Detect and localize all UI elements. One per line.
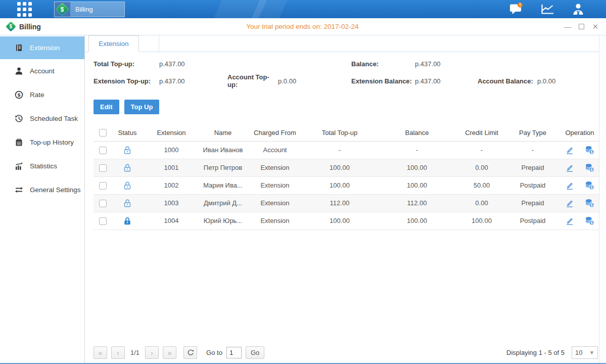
edit-icon[interactable] bbox=[565, 163, 574, 172]
row-checkbox[interactable] bbox=[99, 200, 107, 207]
table-row[interactable]: 1000 Иван Иванов Account - - - - $ bbox=[94, 141, 599, 159]
messages-icon[interactable]: ! bbox=[509, 3, 524, 16]
edit-icon[interactable] bbox=[565, 199, 574, 208]
cell-balance: 112.00 bbox=[376, 194, 458, 212]
col-extension: Extension bbox=[143, 124, 200, 141]
sidebar-item-rate[interactable]: $ Rate bbox=[0, 83, 84, 107]
cell-extension: 1003 bbox=[143, 194, 200, 212]
col-charged-from: Charged From bbox=[246, 124, 304, 141]
taskbar-billing-app[interactable]: $ Billing bbox=[54, 2, 125, 17]
row-checkbox[interactable] bbox=[99, 182, 107, 190]
row-checkbox[interactable] bbox=[99, 164, 107, 172]
cell-total-topup: 100.00 bbox=[304, 212, 376, 230]
svg-text:!: ! bbox=[519, 3, 521, 8]
topup-coins-icon[interactable]: $ bbox=[585, 145, 594, 155]
extension-icon bbox=[15, 43, 23, 52]
row-checkbox[interactable] bbox=[99, 147, 107, 154]
window-titlebar: $ Billing Your trial period ends on: 201… bbox=[0, 18, 606, 35]
cell-pay-type: Postpaid bbox=[505, 176, 561, 194]
edit-icon[interactable] bbox=[565, 146, 574, 155]
topbar-icons: ! bbox=[509, 3, 606, 16]
page-size-value: 10 bbox=[575, 349, 582, 356]
rate-icon: $ bbox=[15, 90, 23, 99]
toolbar: Edit Top Up bbox=[94, 100, 599, 114]
table-header-row: Status Extension Name Charged From Total… bbox=[94, 124, 599, 141]
billing-app-icon: $ bbox=[56, 3, 69, 16]
cell-name: Петр Петров bbox=[200, 159, 246, 176]
sidebar-item-label: Rate bbox=[30, 91, 44, 99]
go-button[interactable]: Go bbox=[246, 346, 264, 359]
cell-balance: - bbox=[376, 141, 458, 159]
next-page-button[interactable]: › bbox=[145, 346, 159, 359]
edit-icon[interactable] bbox=[565, 216, 574, 225]
cell-extension: 1000 bbox=[143, 141, 200, 159]
minimize-button[interactable]: — bbox=[564, 23, 571, 30]
sidebar-item-extension[interactable]: Extension bbox=[0, 36, 84, 59]
sidebar-item-label: Account bbox=[30, 67, 55, 75]
tab-extension[interactable]: Extension bbox=[88, 35, 139, 52]
prev-page-button[interactable]: ‹ bbox=[111, 346, 125, 359]
edit-icon[interactable] bbox=[565, 181, 574, 190]
sidebar-item-scheduled-task[interactable]: Scheduled Task bbox=[0, 107, 84, 130]
maximize-button[interactable] bbox=[579, 24, 584, 29]
topup-history-icon bbox=[15, 138, 23, 147]
row-checkbox[interactable] bbox=[99, 217, 107, 225]
first-page-button[interactable]: « bbox=[94, 346, 107, 359]
refresh-button[interactable] bbox=[183, 346, 197, 359]
svg-text:$: $ bbox=[590, 167, 593, 172]
sidebar-item-statistics[interactable]: Statistics bbox=[0, 154, 84, 178]
taskbar-app-label: Billing bbox=[70, 6, 124, 13]
lock-closed-icon bbox=[122, 216, 132, 226]
cell-balance: 100.00 bbox=[376, 159, 458, 176]
cell-credit-limit: 0.00 bbox=[458, 194, 505, 212]
tab-strip: Extension bbox=[85, 35, 599, 52]
cell-charged-from: Extension bbox=[246, 176, 304, 194]
account-topup-value: p.0.00 bbox=[278, 77, 351, 85]
cell-credit-limit: 100.00 bbox=[458, 212, 505, 230]
topup-coins-icon[interactable]: $ bbox=[585, 163, 594, 172]
cell-charged-from: Account bbox=[246, 141, 304, 159]
svg-text:$: $ bbox=[17, 92, 21, 98]
account-balance-label: Account Balance: bbox=[478, 77, 537, 85]
cell-credit-limit: 50.00 bbox=[458, 176, 505, 194]
topup-coins-icon[interactable]: $ bbox=[585, 216, 594, 225]
cell-total-topup: - bbox=[304, 141, 376, 159]
last-page-button[interactable]: » bbox=[163, 346, 176, 359]
col-operation: Operation bbox=[561, 124, 599, 141]
close-button[interactable]: ✕ bbox=[592, 23, 599, 30]
col-pay-type: Pay Type bbox=[505, 124, 561, 141]
table-row[interactable]: 1001 Петр Петров Extension 100.00 100.00… bbox=[94, 159, 599, 176]
table-row[interactable]: 1004 Юрий Юрь... Extension 100.00 100.00… bbox=[94, 212, 599, 230]
table-row[interactable]: 1003 Дмитрий Д... Extension 112.00 112.0… bbox=[94, 194, 599, 212]
lock-open-icon bbox=[122, 198, 132, 208]
balance-value: p.437.00 bbox=[415, 60, 478, 68]
sidebar-item-top-up-history[interactable]: Top-up History bbox=[0, 130, 84, 154]
cell-balance: 100.00 bbox=[376, 212, 458, 230]
user-account-icon[interactable] bbox=[572, 3, 585, 15]
select-all-checkbox[interactable] bbox=[99, 129, 107, 136]
page-size-select[interactable]: 10 ▼ bbox=[572, 346, 598, 359]
col-credit-limit: Credit Limit bbox=[458, 124, 505, 141]
goto-page-input[interactable] bbox=[226, 347, 242, 358]
cell-charged-from: Extension bbox=[246, 159, 304, 176]
window-title: Billing bbox=[19, 23, 41, 31]
svg-text:$: $ bbox=[590, 203, 593, 207]
cell-pay-type: Prepaid bbox=[505, 159, 561, 176]
topup-button[interactable]: Top Up bbox=[124, 100, 160, 114]
displaying-text: Displaying 1 - 5 of 5 bbox=[506, 349, 565, 356]
statistics-chart-icon[interactable] bbox=[541, 3, 554, 15]
col-total-topup: Total Top-up bbox=[304, 124, 376, 141]
sidebar-item-general-settings[interactable]: General Settings bbox=[0, 178, 84, 202]
cell-pay-type: - bbox=[505, 141, 561, 159]
topup-coins-icon[interactable]: $ bbox=[585, 198, 594, 208]
apps-menu-icon[interactable] bbox=[17, 2, 32, 17]
sidebar-item-account[interactable]: Account bbox=[0, 59, 84, 83]
edit-button[interactable]: Edit bbox=[94, 100, 119, 114]
cell-total-topup: 112.00 bbox=[304, 194, 376, 212]
cell-extension: 1002 bbox=[143, 176, 200, 194]
topup-coins-icon[interactable]: $ bbox=[585, 180, 594, 190]
trial-notice: Your trial period ends on: 2017-02-24 bbox=[41, 23, 564, 30]
table-row[interactable]: 1002 Мария Ива... Extension 100.00 100.0… bbox=[94, 176, 599, 194]
svg-text:$: $ bbox=[590, 220, 593, 225]
cell-credit-limit: 0.00 bbox=[458, 159, 505, 176]
